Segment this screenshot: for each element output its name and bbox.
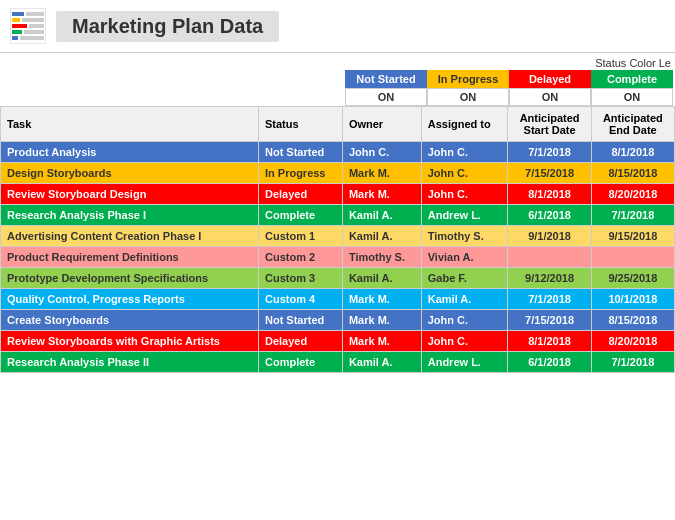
svg-rect-7: [12, 30, 22, 34]
cell-status: Delayed: [258, 331, 342, 352]
cell-end-date: 7/1/2018: [591, 205, 674, 226]
cell-status: Complete: [258, 352, 342, 373]
cell-status: In Progress: [258, 163, 342, 184]
cell-owner: Mark M.: [342, 289, 421, 310]
cell-status: Not Started: [258, 142, 342, 163]
col-task: Task: [1, 107, 259, 142]
svg-rect-3: [12, 18, 20, 22]
cell-assigned: John C.: [421, 310, 508, 331]
cell-status: Custom 1: [258, 226, 342, 247]
svg-rect-9: [12, 36, 18, 40]
col-end-date: AnticipatedEnd Date: [591, 107, 674, 142]
svg-rect-6: [29, 24, 44, 28]
cell-task: Advertising Content Creation Phase I: [1, 226, 259, 247]
cell-end-date: 10/1/2018: [591, 289, 674, 310]
cell-start-date: 9/12/2018: [508, 268, 591, 289]
table-row: Product Requirement DefinitionsCustom 2T…: [1, 247, 675, 268]
cell-end-date: 8/20/2018: [591, 184, 674, 205]
cell-start-date: 8/1/2018: [508, 331, 591, 352]
cell-start-date: 7/15/2018: [508, 310, 591, 331]
cell-start-date: [508, 247, 591, 268]
svg-rect-2: [26, 12, 44, 16]
table-row: Review Storyboard DesignDelayedMark M.Jo…: [1, 184, 675, 205]
data-table-wrapper: Task Status Owner Assigned to Anticipate…: [0, 106, 675, 373]
cell-status: Custom 2: [258, 247, 342, 268]
cell-assigned: John C.: [421, 163, 508, 184]
legend-not-started: Not Started: [345, 70, 427, 88]
cell-task: Product Requirement Definitions: [1, 247, 259, 268]
cell-status: Not Started: [258, 310, 342, 331]
table-header-row: Task Status Owner Assigned to Anticipate…: [1, 107, 675, 142]
legend-on-1: ON: [345, 88, 427, 106]
legend-on-4: ON: [591, 88, 673, 106]
svg-rect-1: [12, 12, 24, 16]
cell-start-date: 7/1/2018: [508, 142, 591, 163]
cell-start-date: 6/1/2018: [508, 352, 591, 373]
cell-owner: Mark M.: [342, 331, 421, 352]
table-row: Research Analysis Phase ICompleteKamil A…: [1, 205, 675, 226]
cell-owner: Kamil A.: [342, 205, 421, 226]
cell-end-date: 9/25/2018: [591, 268, 674, 289]
cell-assigned: Vivian A.: [421, 247, 508, 268]
cell-task: Prototype Development Specifications: [1, 268, 259, 289]
cell-start-date: 9/1/2018: [508, 226, 591, 247]
cell-owner: Kamil A.: [342, 268, 421, 289]
page-title: Marketing Plan Data: [56, 11, 279, 42]
cell-assigned: Kamil A.: [421, 289, 508, 310]
cell-start-date: 7/1/2018: [508, 289, 591, 310]
cell-end-date: 8/1/2018: [591, 142, 674, 163]
cell-task: Product Analysis: [1, 142, 259, 163]
col-start-date: AnticipatedStart Date: [508, 107, 591, 142]
cell-owner: Mark M.: [342, 310, 421, 331]
cell-task: Create Storyboards: [1, 310, 259, 331]
table-row: Quality Control, Progress ReportsCustom …: [1, 289, 675, 310]
cell-task: Research Analysis Phase II: [1, 352, 259, 373]
table-row: Product AnalysisNot StartedJohn C.John C…: [1, 142, 675, 163]
app-icon: [10, 8, 46, 44]
table-row: Create StoryboardsNot StartedMark M.John…: [1, 310, 675, 331]
table-row: Research Analysis Phase IICompleteKamil …: [1, 352, 675, 373]
table-row: Advertising Content Creation Phase ICust…: [1, 226, 675, 247]
data-table: Task Status Owner Assigned to Anticipate…: [0, 106, 675, 373]
cell-owner: Timothy S.: [342, 247, 421, 268]
cell-task: Review Storyboards with Graphic Artists: [1, 331, 259, 352]
cell-owner: Kamil A.: [342, 226, 421, 247]
cell-end-date: 7/1/2018: [591, 352, 674, 373]
cell-owner: Kamil A.: [342, 352, 421, 373]
cell-assigned: Andrew L.: [421, 352, 508, 373]
cell-end-date: 9/15/2018: [591, 226, 674, 247]
table-row: Design StoryboardsIn ProgressMark M.John…: [1, 163, 675, 184]
cell-status: Custom 3: [258, 268, 342, 289]
cell-end-date: 8/20/2018: [591, 331, 674, 352]
cell-start-date: 7/15/2018: [508, 163, 591, 184]
cell-owner: John C.: [342, 142, 421, 163]
cell-task: Design Storyboards: [1, 163, 259, 184]
cell-assigned: John C.: [421, 142, 508, 163]
legend-on-2: ON: [427, 88, 509, 106]
cell-owner: Mark M.: [342, 163, 421, 184]
cell-assigned: Timothy S.: [421, 226, 508, 247]
legend-on-3: ON: [509, 88, 591, 106]
svg-rect-10: [20, 36, 44, 40]
cell-owner: Mark M.: [342, 184, 421, 205]
cell-end-date: 8/15/2018: [591, 310, 674, 331]
cell-end-date: 8/15/2018: [591, 163, 674, 184]
cell-assigned: Gabe F.: [421, 268, 508, 289]
cell-start-date: 8/1/2018: [508, 184, 591, 205]
table-row: Review Storyboards with Graphic ArtistsD…: [1, 331, 675, 352]
cell-end-date: [591, 247, 674, 268]
col-assigned: Assigned to: [421, 107, 508, 142]
cell-status: Custom 4: [258, 289, 342, 310]
legend-complete: Complete: [591, 70, 673, 88]
cell-status: Complete: [258, 205, 342, 226]
legend-section: Status Color Le Not Started In Progress …: [0, 53, 675, 106]
legend-delayed: Delayed: [509, 70, 591, 88]
cell-assigned: John C.: [421, 184, 508, 205]
legend-in-progress: In Progress: [427, 70, 509, 88]
cell-assigned: Andrew L.: [421, 205, 508, 226]
svg-rect-8: [24, 30, 44, 34]
cell-task: Review Storyboard Design: [1, 184, 259, 205]
table-row: Prototype Development SpecificationsCust…: [1, 268, 675, 289]
cell-start-date: 6/1/2018: [508, 205, 591, 226]
cell-task: Quality Control, Progress Reports: [1, 289, 259, 310]
